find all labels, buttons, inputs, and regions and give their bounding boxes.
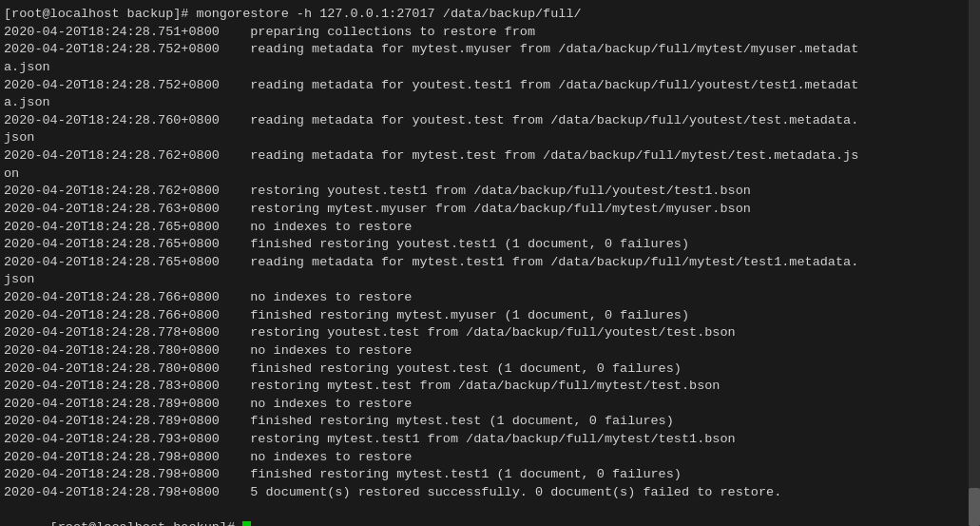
log-line-21: 2020-04-20T18:24:28.783+0800 restoring m… xyxy=(4,378,976,396)
log-line-14: 2020-04-20T18:24:28.765+0800 reading met… xyxy=(4,254,976,272)
log-line-3: a.json xyxy=(4,59,976,77)
log-line-6: 2020-04-20T18:24:28.760+0800 reading met… xyxy=(4,112,976,130)
log-line-16: 2020-04-20T18:24:28.766+0800 no indexes … xyxy=(4,289,976,307)
log-line-7: json xyxy=(4,129,976,147)
log-line-4: 2020-04-20T18:24:28.752+0800 reading met… xyxy=(4,77,976,95)
scrollbar-thumb[interactable] xyxy=(969,488,980,526)
log-line-5: a.json xyxy=(4,94,976,112)
log-line-25: 2020-04-20T18:24:28.798+0800 no indexes … xyxy=(4,449,976,467)
command-line: [root@localhost backup]# mongorestore -h… xyxy=(4,6,976,24)
log-line-22: 2020-04-20T18:24:28.789+0800 no indexes … xyxy=(4,396,976,414)
log-line-11: 2020-04-20T18:24:28.763+0800 restoring m… xyxy=(4,201,976,219)
log-line-2: 2020-04-20T18:24:28.752+0800 reading met… xyxy=(4,41,976,59)
log-line-15: json xyxy=(4,271,976,289)
terminal: [root@localhost backup]# mongorestore -h… xyxy=(0,0,980,526)
log-line-10: 2020-04-20T18:24:28.762+0800 restoring y… xyxy=(4,183,976,201)
scrollbar[interactable] xyxy=(969,0,980,526)
log-line-8: 2020-04-20T18:24:28.762+0800 reading met… xyxy=(4,147,976,166)
log-line-23: 2020-04-20T18:24:28.789+0800 finished re… xyxy=(4,413,976,431)
log-line-12: 2020-04-20T18:24:28.765+0800 no indexes … xyxy=(4,219,976,237)
log-line-26: 2020-04-20T18:24:28.798+0800 finished re… xyxy=(4,466,976,484)
cursor xyxy=(242,521,251,526)
log-line-17: 2020-04-20T18:24:28.766+0800 finished re… xyxy=(4,307,976,325)
log-line-24: 2020-04-20T18:24:28.793+0800 restoring m… xyxy=(4,431,976,449)
prompt-text: [root@localhost backup]# xyxy=(50,520,243,526)
prompt-line[interactable]: [root@localhost backup]# xyxy=(4,502,976,527)
log-line-9: on xyxy=(4,166,976,184)
log-line-20: 2020-04-20T18:24:28.780+0800 finished re… xyxy=(4,360,976,379)
terminal-output: [root@localhost backup]# mongorestore -h… xyxy=(4,6,976,526)
log-line-19: 2020-04-20T18:24:28.780+0800 no indexes … xyxy=(4,342,976,360)
log-line-13: 2020-04-20T18:24:28.765+0800 finished re… xyxy=(4,236,976,254)
log-line-27: 2020-04-20T18:24:28.798+0800 5 document(… xyxy=(4,484,976,502)
log-line-18: 2020-04-20T18:24:28.778+0800 restoring y… xyxy=(4,324,976,342)
log-line-1: 2020-04-20T18:24:28.751+0800 preparing c… xyxy=(4,24,976,42)
